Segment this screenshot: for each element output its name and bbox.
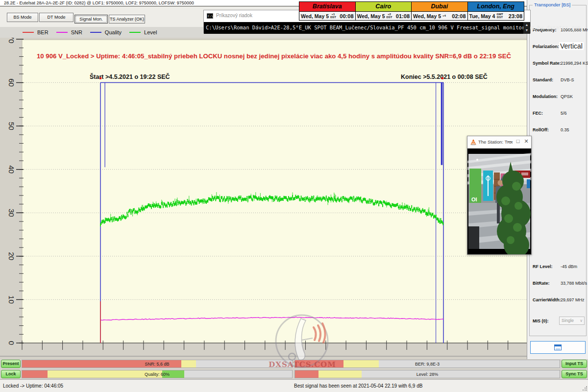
- statusbar-lock-uptime: Locked -> Uptime: 04:46:05: [3, 383, 63, 389]
- field-label: RF Level:: [533, 264, 553, 269]
- y-axis-label: 40: [7, 165, 16, 173]
- legend-line-ber: [23, 32, 34, 33]
- bar-level: Level: 28%: [294, 370, 560, 378]
- toolbar-button-bs-mode[interactable]: BS Mode: [7, 13, 38, 22]
- clock-dst-flag: DST: [330, 16, 336, 19]
- window-title: 28.2E - Eutelsat 28A-2A-2E-2F (ID: 0282)…: [4, 0, 194, 5]
- field-value: -45 dBm: [561, 264, 577, 269]
- cmd-scrollbar[interactable]: ▲ ▼: [523, 22, 530, 34]
- ber-marker: [441, 77, 443, 79]
- legend-label: Level: [144, 29, 157, 35]
- clock-date: Wed, May 5: [301, 13, 329, 19]
- clock-offset: +2DST: [387, 13, 392, 19]
- chart-annotation-uptime: 10 906 V_Locked > Uptime: 4:46:05_stabil…: [37, 52, 512, 60]
- save-icon: [554, 344, 562, 350]
- field-value: QPSK: [561, 94, 573, 99]
- legend-item-snr: SNR: [56, 29, 82, 35]
- field-label: Modulation:: [533, 94, 558, 99]
- vlc-poster-oi-text: OI: [471, 196, 477, 202]
- status-button-lock[interactable]: Lock: [1, 370, 21, 378]
- clock-time: 02:08: [452, 13, 466, 19]
- clock-city: London, Eng: [468, 2, 524, 12]
- world-clocks-panel: BratislavaWed, May 5+1DST00:08CairoWed, …: [299, 1, 524, 21]
- field-value: 5/6: [561, 111, 567, 116]
- toolbar-button-ts-analyzer-ok-[interactable]: TS Analyzer (OK): [109, 15, 145, 24]
- y-axis-label: 20: [7, 252, 16, 261]
- close-icon[interactable]: ✕: [523, 138, 530, 145]
- field-label: Standard:: [533, 77, 553, 82]
- clock-city: Dubai: [412, 2, 467, 12]
- toolbar-button-signal-mon-[interactable]: Signal Mon.: [74, 15, 108, 24]
- clock-date: Wed, May 5: [357, 13, 385, 19]
- field-label: FEC:: [533, 111, 543, 116]
- mis-label: MIS (0):: [533, 318, 549, 323]
- clock-city: Cairo: [356, 2, 412, 12]
- clock-time: 23:08: [509, 13, 522, 19]
- clock-time-row: Wed, May 5+1DST00:08: [299, 12, 355, 20]
- legend-label: Quality: [105, 29, 122, 35]
- clock-london-eng: London, EngTue, May 4GMTDST23:08: [468, 2, 524, 20]
- legend-label: SNR: [71, 29, 82, 35]
- clock-time-row: Tue, May 4GMTDST23:08: [468, 12, 524, 20]
- y-axis-label: 0: [7, 341, 16, 345]
- bar-label: Quality: 60%: [22, 372, 292, 377]
- clock-dst-flag: DST: [497, 16, 503, 19]
- chart-annotation-start: Štart >4.5.2021 o 19:22 SEČ: [90, 73, 170, 80]
- resize-grip[interactable]: [582, 386, 587, 391]
- cmd-scroll-down-icon[interactable]: ▼: [523, 27, 530, 33]
- bar-label: Level: 28%: [295, 372, 560, 377]
- cmd-scroll-up-icon[interactable]: ▲: [523, 22, 530, 27]
- y-axis-label: 70: [7, 38, 16, 43]
- status-button-sync-ts[interactable]: Sync TS: [562, 370, 587, 378]
- toolbar-button-dt-mode[interactable]: DT Mode: [39, 13, 74, 22]
- y-axis-label: 50: [7, 122, 16, 130]
- cmd-title-text: Príkazový riadok: [216, 13, 252, 18]
- clock-dubai: DubaiWed, May 5+402:08: [412, 2, 468, 20]
- vlc-window: The Station: Trouble on... - VLC ... — □…: [467, 136, 532, 255]
- clock-utc-offset: +4: [442, 15, 446, 18]
- y-axis-label: 30: [7, 209, 16, 217]
- ber-marker: [99, 77, 101, 79]
- legend-label: BER: [37, 29, 49, 35]
- field-label: BitRate:: [533, 281, 550, 286]
- bar-quality: Quality: 60%: [22, 370, 293, 378]
- signal-chart-svg: 01020304050607010 906 V_Locked > Uptime:…: [0, 38, 529, 359]
- mis-dropdown[interactable]: Single ∨: [559, 317, 585, 325]
- bar-ber: BER: 9,8E-3: [294, 360, 560, 368]
- field-value: 29,697 MHz: [561, 297, 585, 302]
- legend-line-level: [129, 32, 141, 33]
- status-button-present[interactable]: Present: [1, 360, 21, 368]
- bar-label: BER: 9,8E-3: [295, 362, 560, 367]
- clock-time-row: Wed, May 5+2DST01:08: [356, 12, 412, 20]
- clock-time: 01:08: [396, 13, 410, 19]
- clock-time: 00:08: [340, 13, 353, 19]
- clock-offset: +4: [442, 15, 446, 18]
- field-value: 21998,294 KS/s: [561, 61, 588, 66]
- clock-time-row: Wed, May 5+402:08: [412, 12, 467, 20]
- command-prompt-body[interactable]: C:\Users\Roman Dávid>A2E-28,5°E_UK SPOT …: [204, 22, 530, 34]
- clock-dst-flag: DST: [387, 16, 392, 19]
- statusbar-best-signal: Best signal has been seen at 2021-05-04 …: [294, 383, 422, 389]
- vlc-titlebar[interactable]: The Station: Trouble on... - VLC ... — □…: [467, 136, 531, 148]
- minimize-icon[interactable]: —: [507, 138, 514, 144]
- clock-cairo: CairoWed, May 5+2DST01:08: [356, 2, 412, 20]
- vlc-video-area[interactable]: OI: [467, 148, 531, 254]
- legend-item-ber: BER: [23, 29, 49, 35]
- field-label: CarrierWidth:: [533, 297, 561, 302]
- chart-annotation-end: Koniec >5.5.2021 o 00:08 SEČ: [401, 73, 488, 80]
- legend-line-quality: [90, 32, 101, 33]
- save-settings-button[interactable]: [530, 341, 586, 354]
- maximize-icon[interactable]: □: [514, 138, 521, 144]
- clock-offset: +1DST: [330, 13, 336, 19]
- status-button-input-ts[interactable]: Input TS: [562, 360, 587, 368]
- chevron-down-icon: ∨: [580, 317, 583, 324]
- transponder-groupbox: Transponder [BS] Frequency:10905,888 MHz…: [529, 5, 587, 336]
- statusbar: Locked -> Uptime: 04:46:05 Best signal h…: [0, 379, 588, 392]
- field-label: Symbol Rate:: [533, 61, 561, 66]
- signal-chart: 01020304050607010 906 V_Locked > Uptime:…: [0, 38, 529, 359]
- legend-item-level: Level: [129, 29, 157, 35]
- transponder-groupbox-label: Transponder [BS]: [533, 2, 572, 7]
- transponder-panel: Transponder [BS] Frequency:10905,888 MHz…: [527, 0, 588, 359]
- clock-city: Bratislava: [299, 2, 355, 12]
- y-axis-label: 60: [7, 78, 16, 87]
